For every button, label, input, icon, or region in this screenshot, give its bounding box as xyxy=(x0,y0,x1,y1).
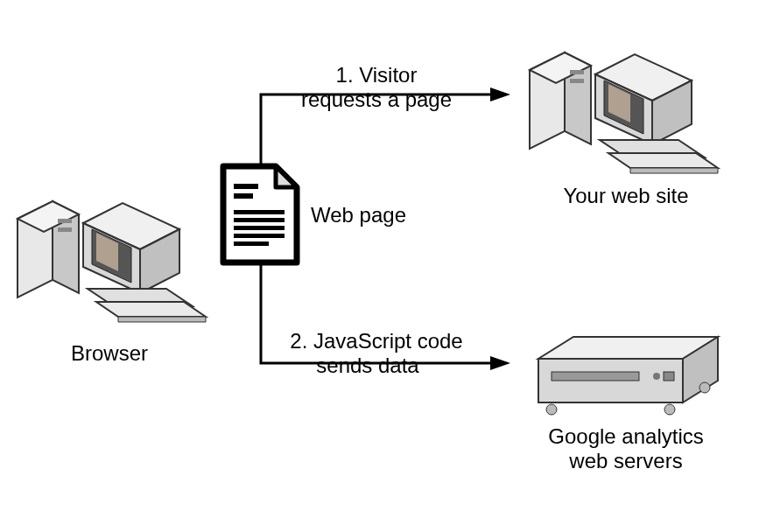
website-computer-icon xyxy=(521,18,722,175)
browser-label: Browser xyxy=(48,341,171,367)
svg-rect-25 xyxy=(570,79,584,83)
svg-rect-3 xyxy=(58,219,72,223)
server-box-icon xyxy=(517,324,744,438)
svg-marker-34 xyxy=(490,356,510,370)
step1-line2: requests a page xyxy=(271,88,481,113)
servers-label-line2: web servers xyxy=(512,449,740,474)
svg-rect-40 xyxy=(664,372,674,381)
svg-rect-17 xyxy=(234,226,285,230)
servers-label-line1: Google analytics xyxy=(512,424,740,450)
svg-point-39 xyxy=(653,373,660,380)
website-label: Your web site xyxy=(538,184,713,209)
svg-rect-24 xyxy=(570,70,584,74)
browser-computer-icon xyxy=(9,166,210,324)
webpage-document-icon xyxy=(216,162,304,267)
svg-rect-19 xyxy=(234,242,269,246)
webpage-label: Web page xyxy=(311,203,425,228)
step1-line1: 1. Visitor xyxy=(289,63,464,88)
svg-rect-4 xyxy=(58,228,72,232)
svg-marker-20 xyxy=(490,88,510,102)
svg-rect-13 xyxy=(234,184,258,189)
svg-rect-18 xyxy=(234,234,285,238)
svg-rect-38 xyxy=(552,372,639,381)
svg-marker-33 xyxy=(630,168,718,173)
step2-line2: sends data xyxy=(280,354,455,379)
svg-rect-16 xyxy=(234,218,285,222)
step2-line1: 2. JavaScript code xyxy=(263,329,490,354)
svg-point-43 xyxy=(699,382,710,393)
svg-rect-14 xyxy=(234,193,253,199)
svg-rect-15 xyxy=(234,210,285,214)
svg-point-42 xyxy=(664,404,675,415)
svg-marker-12 xyxy=(118,317,206,322)
svg-point-41 xyxy=(546,404,557,415)
